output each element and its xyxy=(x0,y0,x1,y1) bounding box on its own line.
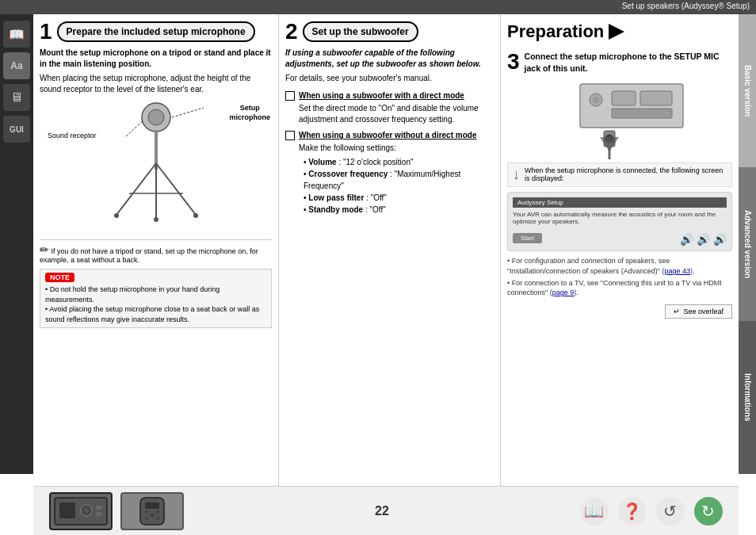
step1-title: Prepare the included setup microphone xyxy=(57,21,255,42)
step3-header: 3 Connect the setup microphone to the SE… xyxy=(507,51,732,74)
nav-back-btn[interactable]: ↺ xyxy=(656,497,685,525)
section-3: Preparation 3 Connect the setup micropho… xyxy=(501,14,739,486)
step1-header: 1 Prepare the included setup microphone xyxy=(40,21,272,43)
svg-rect-30 xyxy=(145,503,159,509)
see-overleaf-btn[interactable]: ↵ See overleaf xyxy=(665,304,732,319)
bottom-icons-right: 📖 ❓ ↺ ↻ xyxy=(580,497,723,525)
footnote2: • For connection to a TV, see "Connectin… xyxy=(507,278,732,298)
svg-point-1 xyxy=(148,109,164,125)
preparation-title: Preparation xyxy=(507,21,604,42)
pencil-note: ✏ If you do not have a tripod or stand, … xyxy=(40,239,272,264)
checkbox2-title: When using a subwoofer without a direct … xyxy=(299,131,476,139)
page-number: 22 xyxy=(375,504,389,518)
right-sidebar: Basic version Advanced version Informati… xyxy=(739,14,756,474)
svg-line-3 xyxy=(116,163,156,215)
step2-details: For details, see your subwoofer's manual… xyxy=(285,73,494,84)
sidebar-icon-book[interactable]: 📖 xyxy=(3,21,30,48)
checkbox1: When using a subwoofer with a direct mod… xyxy=(285,90,494,125)
footnote1: • For configuration and connection of sp… xyxy=(507,256,732,276)
see-overleaf-area: ↵ See overleaf xyxy=(507,304,732,319)
bullet-list: • Volume : "12 o'clock position" • Cross… xyxy=(304,156,494,216)
svg-rect-16 xyxy=(612,91,636,105)
footnote1-link[interactable]: page 43 xyxy=(665,267,691,275)
nav-forward-btn[interactable]: ↻ xyxy=(694,497,723,525)
svg-point-9 xyxy=(193,213,198,218)
footnotes: • For configuration and connection of sp… xyxy=(507,256,732,297)
audyssey-screen: Audyssey Setup Your AVR can automaticall… xyxy=(507,192,732,251)
svg-marker-22 xyxy=(600,137,619,151)
preparation-arrow-icon xyxy=(607,21,629,43)
svg-point-31 xyxy=(150,513,155,518)
checkbox1-content: When using a subwoofer with a direct mod… xyxy=(299,90,494,125)
speaker-icon-1: 🔊 xyxy=(680,233,693,246)
label-sound: Sound receptor xyxy=(48,132,97,139)
audyssey-icons: 🔊 🔊 🔊 xyxy=(680,233,727,246)
device-remote-svg xyxy=(124,496,180,526)
left-sidebar: 📖 Aa 🖥 GUI xyxy=(0,14,33,474)
note-box: NOTE • Do not hold the setup microphone … xyxy=(40,269,272,328)
svg-point-15 xyxy=(593,97,599,103)
svg-rect-24 xyxy=(59,503,75,518)
step3-title: Connect the setup microphone to the SETU… xyxy=(525,51,732,74)
svg-line-5 xyxy=(156,163,196,215)
step2-number: 2 xyxy=(285,21,298,43)
svg-point-32 xyxy=(145,510,148,514)
step1-bold: Mount the setup microphone on a tripod o… xyxy=(40,48,271,68)
svg-rect-29 xyxy=(140,498,164,525)
tab-informations[interactable]: Informations xyxy=(739,321,756,474)
device-avr-svg xyxy=(53,496,109,526)
nav-book-btn[interactable]: 📖 xyxy=(580,497,609,525)
connector-svg xyxy=(533,80,707,159)
top-bar: Set up speakers (Audyssey® Setup) xyxy=(0,0,756,14)
svg-line-11 xyxy=(172,108,204,117)
svg-point-7 xyxy=(114,213,119,218)
audyssey-footer: Start 🔊 🔊 🔊 xyxy=(513,230,727,246)
svg-rect-18 xyxy=(612,109,672,118)
audyssey-body: Your AVR can automatically measure the a… xyxy=(513,211,727,225)
tab-advanced-version[interactable]: Advanced version xyxy=(739,167,756,320)
bullet3: • Low pass filter : "Off" xyxy=(304,192,494,204)
pencil-note-text: If you do not have a tripod or stand, se… xyxy=(40,247,258,264)
checkbox1-box[interactable] xyxy=(285,91,295,101)
svg-rect-17 xyxy=(640,91,672,105)
svg-point-8 xyxy=(154,217,158,222)
step1-body: Mount the setup microphone on a tripod o… xyxy=(40,48,272,95)
checkbox2-content: When using a subwoofer without a direct … xyxy=(299,130,494,218)
sidebar-icon-display[interactable]: 🖥 xyxy=(3,84,30,111)
audyssey-start-btn[interactable]: Start xyxy=(513,233,542,243)
tripod-svg xyxy=(85,100,227,227)
overleaf-arrow-icon: ↵ xyxy=(674,308,680,315)
checkbox2-intro: Make the following settings: xyxy=(299,143,494,154)
preparation-header: Preparation xyxy=(507,21,732,43)
note1: • Do not hold the setup microphone in yo… xyxy=(45,285,266,304)
section-1: 1 Prepare the included setup microphone … xyxy=(33,14,279,486)
svg-point-34 xyxy=(145,517,148,520)
svg-point-35 xyxy=(156,517,159,520)
note-title: NOTE xyxy=(45,273,74,282)
tab-basic-version[interactable]: Basic version xyxy=(739,14,756,167)
svg-marker-12 xyxy=(609,24,624,40)
checkbox1-area: When using a subwoofer with a direct mod… xyxy=(285,90,494,125)
step1-number: 1 xyxy=(40,21,52,43)
checkbox1-title: When using a subwoofer with a direct mod… xyxy=(299,91,464,100)
device-thumb-2[interactable] xyxy=(120,492,184,530)
bullet4: • Standby mode : "Off" xyxy=(304,204,494,216)
sidebar-icon-font[interactable]: Aa xyxy=(3,52,30,79)
audyssey-title: Audyssey Setup xyxy=(513,197,727,208)
connector-diagram xyxy=(507,80,732,159)
svg-rect-27 xyxy=(96,506,102,510)
svg-point-26 xyxy=(84,508,89,513)
section-2: 2 Set up the subwoofer If using a subwoo… xyxy=(279,14,501,486)
caption-box: ↓ When the setup microphone is connected… xyxy=(507,162,732,187)
bullet1: • Volume : "12 o'clock position" xyxy=(304,156,494,168)
device-thumb-1[interactable] xyxy=(49,492,113,530)
checkbox1-body: Set the direct mode to "On" and disable … xyxy=(299,103,494,125)
checkbox2-area: When using a subwoofer without a direct … xyxy=(285,130,494,218)
bullet2: • Crossover frequency : "Maximum/Highest… xyxy=(304,168,494,192)
footnote2-link[interactable]: page 9 xyxy=(552,289,575,296)
svg-line-10 xyxy=(126,120,143,136)
sidebar-icon-gui[interactable]: GUI xyxy=(3,116,30,143)
step1-normal: When placing the setup microphone, adjus… xyxy=(40,73,272,95)
checkbox2-box[interactable] xyxy=(285,131,295,140)
nav-question-btn[interactable]: ❓ xyxy=(618,497,647,525)
